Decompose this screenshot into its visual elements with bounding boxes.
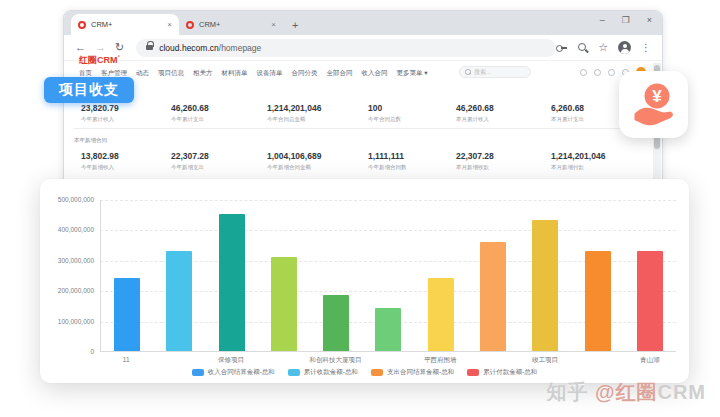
x-tick-label (257, 356, 309, 365)
stat-value: 13,802.98 (81, 151, 176, 161)
bar-slot (519, 220, 571, 351)
nav-item-动态[interactable]: 动态 (136, 69, 149, 78)
x-tick-label (571, 356, 623, 365)
stat-item: 22,307.28今年新增支出 (171, 151, 266, 171)
legend-label: 累计收款金额-总和 (304, 368, 358, 377)
x-tick-label (467, 356, 519, 365)
legend-item[interactable]: 累计收款金额-总和 (288, 368, 358, 377)
bar-slot (571, 251, 623, 351)
search-icon[interactable] (577, 42, 588, 53)
nav-item-设备清单[interactable]: 设备清单 (257, 69, 283, 78)
nav-item-更多菜单 ▾[interactable]: 更多菜单 ▾ (397, 69, 428, 78)
divider (74, 128, 646, 129)
stat-caption: 今年新增收入 (81, 164, 176, 171)
nav-item-全部合同[interactable]: 全部合同 (327, 69, 353, 78)
bar-slot (415, 278, 467, 351)
stat-item: 23,820.79今年累计收入 (81, 103, 176, 123)
reload-icon[interactable]: ↻ (115, 42, 124, 53)
back-icon[interactable]: ← (75, 42, 86, 53)
star-icon[interactable]: ☆ (598, 42, 608, 53)
nav-item-收入合同[interactable]: 收入合同 (362, 69, 388, 78)
y-tick-label: 500,000,000 (40, 196, 94, 203)
nav-item-合同分类[interactable]: 合同分类 (292, 69, 318, 78)
browser-address-bar: ← → ↻ cloud.hecom.cn/homepage ☆ ⋮ (64, 35, 662, 61)
browser-tab[interactable]: CRM+× (179, 14, 283, 35)
x-tick-label: 11 (100, 356, 152, 365)
browser-tab[interactable]: CRM+× (71, 14, 179, 35)
svg-text:¥: ¥ (652, 87, 662, 106)
window-controls: –❐× (600, 15, 652, 25)
legend-swatch (467, 369, 479, 376)
bar-slot (362, 308, 414, 351)
stat-value: 22,307.28 (171, 151, 266, 161)
stat-caption: 本月新增收款 (456, 164, 551, 171)
menu-icon[interactable]: ⋮ (641, 43, 651, 53)
tab-close-icon[interactable]: × (271, 20, 276, 29)
url-field[interactable]: cloud.hecom.cn/homepage (136, 39, 556, 57)
stat-item: 46,260.68今年累计支出 (171, 103, 266, 123)
nav-item-项目信息[interactable]: 项目信息 (158, 69, 184, 78)
bar-平西府围墙[interactable] (428, 278, 454, 351)
legend-swatch (288, 369, 300, 376)
stat-caption: 今年新增合同数 (368, 164, 463, 171)
browser-window: CRM+×CRM+× + –❐× ← → ↻ cloud.hecom.cn/ho… (63, 10, 663, 202)
maximize-button[interactable]: ❐ (622, 15, 630, 25)
plot-area (100, 200, 676, 352)
legend-label: 累计付款金额-总和 (483, 368, 537, 377)
bar-unlabeled[interactable] (375, 308, 401, 351)
bar-slot (624, 251, 676, 351)
bar-和创科技大厦项目[interactable] (323, 295, 349, 351)
stat-item: 100今年合同总数 (368, 103, 463, 123)
browser-tabs: CRM+×CRM+× (71, 14, 283, 35)
stat-value: 1,214,201,046 (551, 151, 646, 161)
stat-caption: 今年合同总金额 (267, 116, 362, 123)
tab-close-icon[interactable]: × (167, 20, 172, 29)
bar-unlabeled[interactable] (480, 242, 506, 351)
bar-unlabeled[interactable] (166, 251, 192, 351)
search-placeholder: 搜索... (474, 68, 491, 77)
stat-item: 46,260.68本月累计收入 (456, 103, 551, 123)
minimize-button[interactable]: – (600, 15, 605, 25)
y-tick-label: 400,000,000 (40, 226, 94, 233)
stat-value: 1,111,111 (368, 151, 463, 161)
app-search-input[interactable]: 搜索... (459, 66, 531, 78)
notification-icon[interactable] (580, 69, 587, 76)
y-tick-label: 200,000,000 (40, 287, 94, 294)
bar-11[interactable] (114, 278, 140, 351)
bar-青山湖[interactable] (637, 251, 663, 351)
stat-item: 1,111,111今年新增合同数 (368, 151, 463, 171)
x-tick-label (362, 356, 414, 365)
stat-item: 13,802.98今年新增收入 (81, 151, 176, 171)
message-icon[interactable] (594, 69, 601, 76)
help-icon[interactable] (608, 69, 615, 76)
close-button[interactable]: × (647, 15, 652, 25)
bar-unlabeled[interactable] (585, 251, 611, 351)
bar-slot (310, 295, 362, 351)
x-axis-labels: 11保修项目和创科技大厦项目平西府围墙竣工项目青山湖 (100, 356, 676, 365)
key-icon[interactable] (556, 42, 567, 53)
project-income-expense-badge: 项目收支 (44, 77, 134, 103)
search-icon (465, 69, 471, 75)
stat-caption: 今年新增合同金额 (267, 164, 362, 171)
legend-item[interactable]: 累计付款金额-总和 (467, 368, 537, 377)
stat-value: 23,820.79 (81, 103, 176, 113)
legend-item[interactable]: 收入合同结算金额-总和 (192, 368, 275, 377)
stat-caption: 本月累计收入 (456, 116, 551, 123)
x-tick-label: 和创科技大厦项目 (309, 356, 361, 365)
stat-caption: 今年新增支出 (171, 164, 266, 171)
new-tab-button[interactable]: + (292, 20, 298, 31)
forward-icon[interactable]: → (95, 42, 106, 53)
stat-item: 1,214,201,046今年合同总金额 (267, 103, 362, 123)
url-text: cloud.hecom.cn/homepage (159, 43, 261, 53)
bar-保修项目[interactable] (219, 214, 245, 351)
legend-item[interactable]: 支出合同结算金额-总和 (371, 368, 454, 377)
nav-item-材料清单[interactable]: 材料清单 (222, 69, 248, 78)
hand-yen-svg: ¥ (630, 81, 678, 129)
app-nav-bar: 首页客户管理动态项目信息相关方材料清单设备清单合同分类全部合同收入合同更多菜单 … (79, 69, 428, 78)
profile-icon[interactable] (618, 41, 631, 54)
nav-item-相关方[interactable]: 相关方 (193, 69, 213, 78)
toolbar-icons: ☆ ⋮ (556, 41, 651, 54)
bar-unlabeled[interactable] (271, 257, 297, 351)
stat-item: 1,214,201,046本月新增付款 (551, 151, 646, 171)
bar-竣工项目[interactable] (532, 220, 558, 351)
